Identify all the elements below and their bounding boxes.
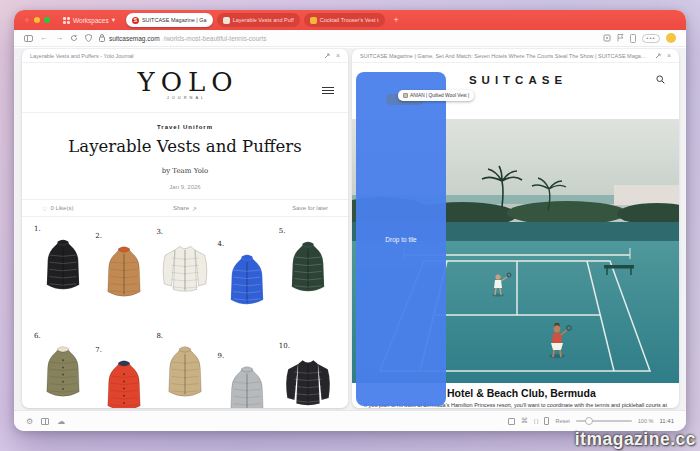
yolo-logo-subtitle: JOURNAL	[22, 95, 348, 100]
url-domain: suitcasemag.com	[109, 35, 160, 42]
search-icon[interactable]	[656, 75, 665, 84]
article-date: Jan 9, 2026	[22, 184, 348, 190]
expand-pane-icon[interactable]	[324, 53, 330, 59]
close-window-button[interactable]	[24, 17, 30, 23]
zoom-level: 100 %	[638, 418, 654, 424]
product-item-3[interactable]: 3.	[156, 228, 213, 316]
share-label: Share	[173, 205, 189, 211]
left-pane-title: Layerable Vests and Puffers - Yolo Journ…	[30, 53, 318, 59]
vest-image[interactable]	[36, 341, 90, 401]
drop-to-tile-label: Drop to tile	[385, 236, 416, 243]
vest-image[interactable]	[36, 234, 90, 294]
tab-3[interactable]: Cocktail Trouser's Vest t	[304, 13, 385, 27]
close-pane-icon[interactable]: ×	[336, 52, 340, 59]
url-path: /worlds-most-beautiful-tennis-courts	[164, 35, 267, 42]
address-bar[interactable]: suitcasemag.com/worlds-most-beautiful-te…	[99, 34, 596, 42]
braces-icon[interactable]: { }	[534, 418, 539, 424]
product-grid: 1.2.3.4.5.6.7.8.9.10.	[22, 217, 348, 408]
menu-hamburger-icon[interactable]	[322, 85, 334, 96]
product-item-6[interactable]: 6.	[34, 332, 91, 408]
display-icon[interactable]	[508, 418, 515, 425]
product-number: 4.	[218, 240, 225, 248]
cloud-icon[interactable]: ☁	[57, 417, 65, 426]
drag-chip-favicon	[403, 93, 408, 98]
tab-1[interactable]: SSUITCASE Magazine | Ga	[126, 13, 213, 27]
tab-label: SUITCASE Magazine | Ga	[142, 17, 207, 23]
article-category[interactable]: Travel Uniform	[22, 124, 348, 130]
product-item-10[interactable]: 10.	[279, 342, 336, 408]
share-button[interactable]: Share ↗	[137, 205, 232, 212]
close-pane-icon[interactable]: ×	[667, 52, 671, 59]
vest-image[interactable]	[158, 341, 212, 401]
vest-image[interactable]	[97, 241, 151, 301]
clock: 11:41	[659, 418, 674, 424]
drag-chip: ANIAN | Quilted Wool Vest |	[398, 90, 474, 101]
share-flag-icon[interactable]	[617, 34, 624, 42]
drop-to-tile-overlay[interactable]: Drop to tile	[356, 72, 446, 406]
split-view: Layerable Vests and Puffers - Yolo Journ…	[14, 48, 686, 410]
zoom-slider-knob[interactable]	[585, 417, 593, 425]
overflow-menu-button[interactable]: •••	[642, 34, 660, 43]
maximize-window-button[interactable]	[44, 17, 50, 23]
left-pane-header: Layerable Vests and Puffers - Yolo Journ…	[22, 49, 348, 63]
shield-icon[interactable]	[85, 34, 92, 42]
tab-favicon: S	[132, 17, 139, 24]
zoom-reset-button[interactable]: Reset	[555, 418, 569, 424]
vest-image[interactable]	[97, 355, 151, 408]
vest-image[interactable]	[220, 249, 274, 309]
window-controls	[24, 17, 50, 23]
device-icon[interactable]	[630, 34, 636, 43]
product-item-8[interactable]: 8.	[156, 332, 213, 408]
reload-icon[interactable]	[70, 34, 78, 42]
vest-image[interactable]	[281, 236, 335, 296]
lock-icon	[99, 34, 105, 42]
left-pane: Layerable Vests and Puffers - Yolo Journ…	[22, 49, 348, 408]
drag-chip-label: ANIAN | Quilted Wool Vest |	[410, 93, 469, 98]
tab-favicon	[310, 17, 317, 24]
extensions-icon[interactable]	[603, 34, 611, 42]
product-item-7[interactable]: 7.	[95, 346, 152, 408]
product-item-5[interactable]: 5.	[279, 227, 336, 315]
article-actions: ♡ 0 Like(s) Share ↗ Save for later	[22, 199, 348, 217]
drag-ghost[interactable]: ANIAN | Quilted Wool Vest |	[386, 90, 474, 101]
right-pane-header: SUITCASE Magazine | Game, Set And Match:…	[352, 49, 679, 63]
vest-image[interactable]	[158, 237, 212, 297]
minimize-window-button[interactable]	[34, 17, 40, 23]
product-number: 1.	[34, 225, 41, 233]
settings-gear-icon[interactable]: ⚙	[26, 417, 33, 426]
right-pane: SUITCASE Magazine | Game, Set And Match:…	[352, 49, 679, 408]
tab-favicon	[223, 17, 230, 24]
profile-avatar[interactable]	[666, 33, 676, 43]
phone-icon[interactable]	[544, 417, 549, 425]
yolo-logo[interactable]: YOLO	[22, 63, 348, 97]
tab-label: Cocktail Trouser's Vest t	[320, 17, 379, 23]
product-item-2[interactable]: 2.	[95, 232, 152, 320]
article-title: Layerable Vests and Puffers	[22, 137, 348, 156]
tab-2[interactable]: Layerable Vests and Puff	[217, 13, 300, 27]
split-columns-icon[interactable]	[41, 418, 49, 425]
product-item-4[interactable]: 4.	[218, 240, 275, 328]
back-icon[interactable]: ←	[40, 34, 48, 42]
save-for-later-button[interactable]: Save for later	[233, 205, 328, 211]
product-number: 5.	[279, 227, 286, 235]
vest-image[interactable]	[281, 351, 335, 408]
share-arrow-icon: ↗	[192, 205, 197, 212]
zoom-slider[interactable]	[576, 420, 632, 422]
sidebar-toggle-icon[interactable]	[24, 35, 33, 42]
like-button[interactable]: ♡ 0 Like(s)	[42, 205, 137, 212]
tab-label: Layerable Vests and Puff	[233, 17, 294, 23]
like-count: 0 Like(s)	[50, 205, 73, 211]
workspaces-menu[interactable]: Workspaces ▾	[63, 16, 115, 24]
vest-image[interactable]	[220, 361, 274, 408]
product-number: 2.	[95, 232, 102, 240]
product-number: 3.	[156, 228, 163, 236]
product-item-9[interactable]: 9.	[218, 352, 275, 408]
workspaces-grid-icon	[63, 17, 70, 24]
chevron-down-icon: ▾	[112, 16, 115, 24]
command-key-icon[interactable]: ⌘	[521, 417, 528, 425]
browser-toolbar: ← → suitcasemag.com/worlds-most-beautifu…	[14, 30, 686, 47]
new-tab-button[interactable]: +	[394, 15, 399, 25]
expand-pane-icon[interactable]	[655, 53, 661, 59]
product-item-1[interactable]: 1.	[34, 225, 91, 313]
forward-icon[interactable]: →	[55, 34, 63, 42]
